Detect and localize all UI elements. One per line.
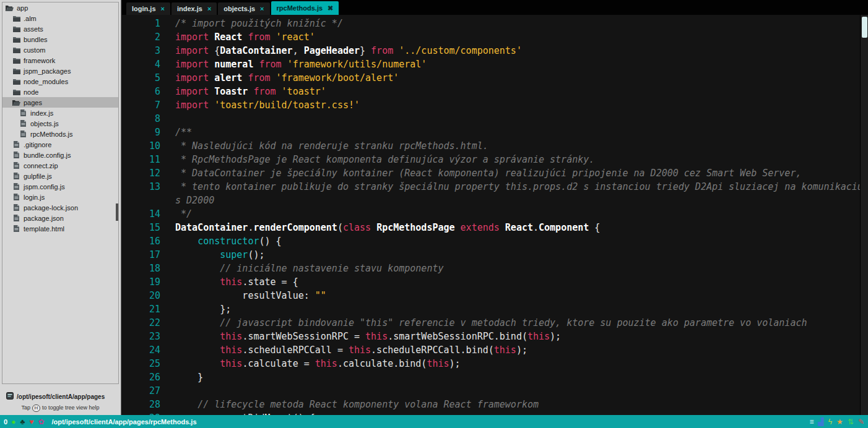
plugins-icon[interactable]: ♣ <box>20 418 25 426</box>
heart-icon[interactable]: ♥ <box>29 418 33 426</box>
line-number: 12 <box>122 166 160 180</box>
code-line[interactable]: 5import alert from 'framework/boot/alert… <box>122 71 868 85</box>
code-line[interactable]: 23 this.smartWebSessionRPC = this.smartW… <box>122 330 868 343</box>
code-editor[interactable]: 1/* import použitých knižníc */2import R… <box>122 15 868 415</box>
code-line[interactable]: 7import 'toastr/build/toastr.css!' <box>122 98 868 112</box>
code-line[interactable]: 12 * DataContainer je špeciálny kontaine… <box>122 166 868 180</box>
tab-close-icon[interactable]: ✖ <box>328 4 333 12</box>
tree-item-app[interactable]: app <box>2 2 118 13</box>
tree-item-gulpfile-js[interactable]: gulpfile.js <box>2 171 118 181</box>
statusbar-left-icons: ●♣♥✿ <box>11 418 44 426</box>
tree-item-framework[interactable]: framework <box>2 55 118 66</box>
file-icon <box>12 173 20 179</box>
tree-item-rpcmethods-js[interactable]: rpcMethods.js <box>2 129 118 139</box>
code-token: */ <box>175 208 192 220</box>
flower-icon[interactable]: ✿ <box>38 418 44 426</box>
tab-login-js[interactable]: login.js× <box>126 2 170 15</box>
code-line[interactable]: 2import React from 'react' <box>122 30 868 44</box>
tree-item-bundle-config-js[interactable]: bundle.config.js <box>2 150 118 160</box>
code-line[interactable]: 10 * Nasledujúci kód na renderuje strank… <box>122 139 868 153</box>
code-line[interactable]: 6import Toastr from 'toastr' <box>122 85 868 98</box>
code-token: class <box>343 222 371 233</box>
file-icon <box>12 162 20 169</box>
code-token: this <box>349 345 371 356</box>
tab-close-icon[interactable]: × <box>260 5 264 12</box>
edit-icon[interactable]: ✎ <box>858 418 864 426</box>
code-line[interactable]: s D2000 <box>122 194 868 207</box>
tree-scrollbar-thumb[interactable] <box>116 203 118 221</box>
code-token: PageHeader <box>304 45 360 56</box>
code-line[interactable]: 8 <box>122 112 868 126</box>
code-line[interactable]: 13 * tento kontainer publikuje do strank… <box>122 180 868 194</box>
code-line[interactable]: 15DataContainer.renderComponent(class Rp… <box>122 221 868 234</box>
tree-item-custom[interactable]: custom <box>2 45 118 55</box>
code-line[interactable]: 17 super(); <box>122 248 868 262</box>
chart-icon[interactable]: ▟ <box>818 418 824 426</box>
code-line[interactable]: 11 * RpcMethodsPage je React komponenta … <box>122 153 868 166</box>
code-line[interactable]: 21 }; <box>122 302 868 316</box>
star-icon[interactable]: ★ <box>836 418 843 426</box>
code-line[interactable]: 16 constructor() { <box>122 234 868 248</box>
code-token: Toastr <box>214 86 248 97</box>
status-ok-icon[interactable]: ● <box>11 418 15 426</box>
code-line[interactable]: 26 } <box>122 370 868 384</box>
code-line-text: import React from 'react' <box>160 30 315 44</box>
code-token <box>209 32 214 43</box>
tab-close-icon[interactable]: × <box>161 5 165 12</box>
list-icon[interactable]: ≡ <box>810 418 814 426</box>
folder-icon <box>12 15 20 22</box>
tree-item-jspm-packages[interactable]: jspm_packages <box>2 66 118 76</box>
tree-item-alm[interactable]: .alm <box>2 13 118 24</box>
code-line[interactable]: 20 resultValue: "" <box>122 289 868 302</box>
code-line[interactable]: 3import {DataContainer, PageHeader} from… <box>122 44 868 58</box>
tree-item-node[interactable]: node <box>2 87 118 97</box>
keycap-h: H <box>32 404 41 412</box>
code-line[interactable]: 9/** <box>122 126 868 139</box>
line-number: 16 <box>122 234 160 248</box>
file-icon <box>12 215 20 221</box>
tree-item-assets[interactable]: assets <box>2 24 118 34</box>
code-line[interactable]: 14 */ <box>122 207 868 221</box>
code-line[interactable]: 28 // lifecycle metoda React komponenty … <box>122 398 868 411</box>
tab-close-icon[interactable]: × <box>207 5 211 12</box>
tree-item-gitignore[interactable]: .gitignore <box>2 139 118 150</box>
code-line[interactable]: 1/* import použitých knižníc */ <box>122 17 868 30</box>
editor-scrollbar[interactable] <box>860 15 868 415</box>
tree-item-label: app <box>17 4 28 12</box>
code-token: 'framework/boot/alert' <box>276 72 399 83</box>
bolt-icon[interactable]: ϟ <box>828 418 832 426</box>
code-line[interactable]: 18 // iniciálne nastavenie stavu kompone… <box>122 262 868 275</box>
code-line[interactable]: 24 this.scheduleRPCCall = this.scheduleR… <box>122 343 868 357</box>
tree-item-jspm-config-js[interactable]: jspm.config.js <box>2 181 118 192</box>
editor-scrollbar-thumb[interactable] <box>862 17 867 38</box>
code-line[interactable]: 19 this.state = { <box>122 275 868 289</box>
status-bar: 0 ●♣♥✿ /opt/ipesoft/clientA/app/pages/rp… <box>0 415 868 428</box>
code-token: .state = { <box>242 276 298 288</box>
tree-item-package-json[interactable]: package.json <box>2 213 118 223</box>
code-line-text: constructor() { <box>160 234 282 248</box>
code-token: * RpcMethodsPage je React komponenta def… <box>175 154 594 165</box>
icecoder-window: app.almassetsbundlescustomframeworkjspm_… <box>0 0 868 428</box>
tree-item-node-modules[interactable]: node_modules <box>2 76 118 87</box>
tree-item-index-js[interactable]: index.js <box>2 108 118 118</box>
code-line[interactable]: 22 // javascript bindovanie "this" refer… <box>122 316 868 330</box>
tree-item-template-html[interactable]: template.html <box>2 223 118 234</box>
tree-item-label: jspm_packages <box>24 67 71 75</box>
tree-item-login-js[interactable]: login.js <box>2 192 118 202</box>
tree-item-connect-zip[interactable]: connect.zip <box>2 160 118 171</box>
sync-icon[interactable]: ⇅ <box>848 418 854 426</box>
tab-objects-js[interactable]: objects.js× <box>218 2 269 15</box>
tree-item-package-lock-json[interactable]: package-lock.json <box>2 202 118 213</box>
tree-item-bundles[interactable]: bundles <box>2 34 118 45</box>
code-line[interactable]: 4import numeral from 'framework/utils/nu… <box>122 58 868 71</box>
tab-index-js[interactable]: index.js× <box>171 2 217 15</box>
code-token: import <box>175 86 209 97</box>
code-token: import <box>175 72 209 83</box>
tab-rpcmethods-js[interactable]: rpcMethods.js✖ <box>271 1 339 15</box>
code-line[interactable]: 27 <box>122 384 868 398</box>
tree-item-objects-js[interactable]: objects.js <box>2 118 118 129</box>
code-line-text: */ <box>160 207 192 221</box>
tree-item-pages[interactable]: pages <box>2 97 118 108</box>
code-line[interactable]: 25 this.calculate = this.calculate.bind(… <box>122 357 868 370</box>
help-prefix: Tap <box>22 404 31 411</box>
